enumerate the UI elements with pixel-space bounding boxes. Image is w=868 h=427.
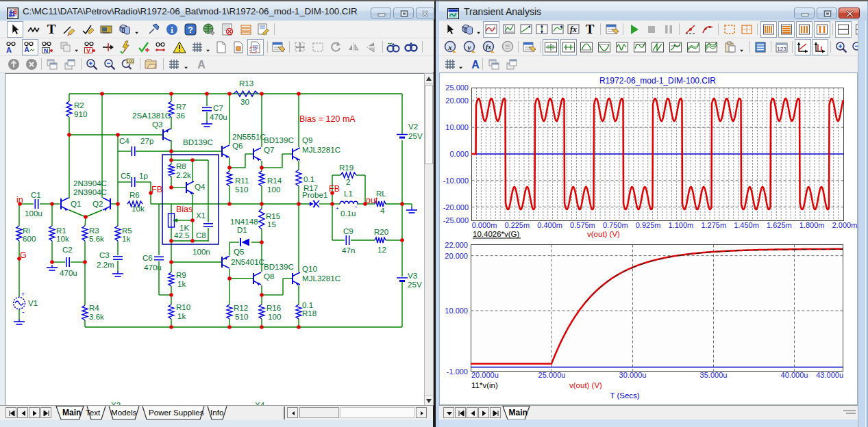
svg-text:Bias = 120 mA: Bias = 120 mA: [299, 114, 356, 124]
svg-text:22.000: 22.000: [445, 241, 468, 249]
svg-text:C5: C5: [121, 171, 131, 180]
svg-text:V1: V1: [28, 298, 38, 307]
svg-text:Q2: Q2: [92, 199, 103, 208]
svg-text:2: 2: [346, 177, 350, 186]
svg-text:X2: X2: [111, 400, 121, 405]
svg-text:0.1u: 0.1u: [340, 209, 356, 218]
svg-text:40.000u: 40.000u: [781, 371, 808, 379]
svg-text:2N5551C: 2N5551C: [232, 132, 266, 141]
svg-text:100: 100: [267, 185, 280, 194]
svg-text:C1: C1: [31, 190, 41, 199]
svg-text:+: +: [21, 291, 25, 298]
svg-text:?: ?: [188, 25, 193, 35]
svg-text:100u: 100u: [25, 209, 42, 218]
svg-text:1k: 1k: [177, 279, 186, 288]
svg-text:R14: R14: [267, 176, 282, 185]
svg-text:A: A: [197, 59, 206, 70]
svg-text:Main: Main: [62, 408, 81, 417]
svg-text:V3: V3: [408, 271, 417, 280]
svg-text:X4: X4: [255, 400, 265, 405]
svg-text:FB: FB: [151, 185, 162, 194]
svg-text:Q1: Q1: [71, 199, 81, 208]
svg-text:1k: 1k: [122, 234, 130, 243]
svg-text:910: 910: [74, 109, 87, 118]
svg-text:BD139C: BD139C: [183, 138, 213, 146]
svg-text:C2: C2: [62, 245, 73, 254]
svg-text:2N5401C: 2N5401C: [231, 257, 264, 266]
svg-text:R1972-06_mod-1_DIM-100.CIR: R1972-06_mod-1_DIM-100.CIR: [599, 76, 716, 86]
svg-text:4: 4: [380, 206, 385, 215]
svg-text:25.000: 25.000: [445, 83, 469, 92]
svg-text:R11: R11: [235, 176, 249, 185]
svg-text:2N3904C: 2N3904C: [73, 179, 107, 187]
svg-text:C7: C7: [213, 103, 223, 112]
svg-text:2SA1381C: 2SA1381C: [132, 111, 171, 120]
svg-text:R7: R7: [176, 102, 186, 111]
svg-text:C9: C9: [343, 227, 354, 235]
svg-text:C6: C6: [142, 253, 153, 262]
svg-text:10.000: 10.000: [445, 123, 469, 131]
svg-text:MJL3281C: MJL3281C: [302, 274, 340, 283]
svg-text:0.575m: 0.575m: [570, 221, 595, 229]
svg-text:1.450m: 1.450m: [734, 221, 759, 229]
svg-text:out: out: [366, 196, 378, 205]
svg-text:0.750m: 0.750m: [603, 221, 628, 229]
svg-text:30.000u: 30.000u: [619, 371, 647, 379]
svg-text:10.4026*v(G): 10.4026*v(G): [473, 230, 520, 238]
svg-text:Q5: Q5: [234, 247, 244, 256]
svg-text:20.000u: 20.000u: [471, 371, 499, 379]
svg-text:35.000u: 35.000u: [700, 371, 728, 379]
svg-text:2.000m: 2.000m: [832, 221, 858, 229]
svg-text:42.5: 42.5: [174, 231, 190, 240]
svg-text:100n: 100n: [193, 247, 210, 256]
svg-text:0.400m: 0.400m: [537, 221, 562, 229]
svg-text:25V: 25V: [408, 280, 422, 289]
svg-text:G: G: [20, 250, 27, 260]
svg-text:Bias: Bias: [176, 205, 193, 214]
svg-text:470u: 470u: [144, 263, 162, 272]
svg-text:30: 30: [240, 97, 249, 106]
svg-text:25.000u: 25.000u: [538, 371, 566, 379]
svg-text:2N3904C: 2N3904C: [73, 187, 107, 196]
svg-text:470u: 470u: [210, 112, 227, 121]
svg-text:Models: Models: [111, 408, 137, 417]
svg-text:A: A: [6, 46, 12, 54]
svg-text:MJL3281C: MJL3281C: [302, 145, 340, 154]
svg-text:v(out) (V): v(out) (V): [587, 230, 620, 238]
svg-text:100: 100: [127, 59, 134, 64]
svg-text:-: -: [22, 307, 25, 315]
svg-text:1.625m: 1.625m: [767, 221, 792, 229]
svg-text:27p: 27p: [140, 136, 153, 145]
svg-text:-25.000: -25.000: [443, 216, 469, 224]
svg-text:L1: L1: [344, 189, 353, 198]
svg-text:15: 15: [267, 220, 276, 229]
svg-text:2.2m: 2.2m: [97, 260, 114, 269]
svg-text:i: i: [171, 25, 173, 35]
svg-text:0.000: 0.000: [449, 150, 469, 158]
svg-text:T: T: [47, 23, 56, 36]
svg-text:C3: C3: [99, 250, 110, 259]
svg-text:10k: 10k: [56, 234, 69, 243]
svg-text:Q10: Q10: [302, 264, 317, 273]
svg-text:R8: R8: [176, 161, 186, 170]
svg-text:C8: C8: [196, 231, 206, 240]
svg-text:Q8: Q8: [264, 272, 274, 281]
svg-text:in: in: [16, 195, 23, 205]
svg-text:11*v(in): 11*v(in): [471, 381, 498, 389]
svg-text:470u: 470u: [60, 268, 77, 277]
svg-text:N: N: [44, 47, 49, 54]
svg-text:10.000: 10.000: [445, 307, 468, 315]
svg-text:fx: fx: [486, 44, 491, 51]
svg-text:R4: R4: [89, 303, 99, 312]
svg-text:R2: R2: [74, 101, 84, 109]
svg-text:R9: R9: [176, 270, 186, 279]
svg-text:R13: R13: [239, 79, 253, 88]
svg-text:510: 510: [235, 185, 248, 194]
svg-text:R10: R10: [176, 302, 190, 311]
svg-text:D1: D1: [237, 225, 247, 234]
svg-text:-10.000: -10.000: [443, 177, 469, 185]
svg-text:T: T: [586, 23, 595, 36]
svg-text:12: 12: [377, 245, 386, 254]
svg-text:+: +: [336, 205, 339, 211]
svg-text:5.6k: 5.6k: [89, 234, 104, 243]
